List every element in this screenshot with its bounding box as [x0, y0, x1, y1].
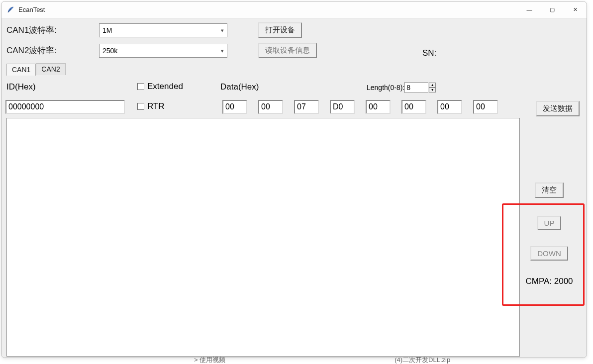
length-label: Length(0-8):: [367, 84, 404, 91]
read-device-info-button[interactable]: 读取设备信息: [258, 43, 317, 58]
clear-button[interactable]: 清空: [535, 182, 564, 198]
log-area[interactable]: [6, 118, 520, 357]
spinner-down-icon[interactable]: ▼: [429, 88, 436, 92]
chevron-down-icon: ▾: [221, 47, 224, 54]
data-byte-1[interactable]: [258, 100, 283, 114]
extended-checkbox[interactable]: [137, 83, 144, 90]
data-byte-5[interactable]: [401, 100, 426, 114]
chevron-down-icon: ▾: [221, 27, 224, 33]
minimize-button[interactable]: ―: [518, 1, 541, 18]
data-byte-7[interactable]: [473, 100, 498, 114]
tab-can2[interactable]: CAN2: [36, 63, 65, 75]
data-bytes-row: [222, 100, 498, 114]
data-label: Data(Hex): [220, 82, 259, 92]
rtr-checkbox[interactable]: [137, 103, 144, 110]
can-tabs: CAN1 CAN2: [6, 63, 582, 75]
maximize-button[interactable]: ▢: [541, 1, 564, 18]
data-byte-0[interactable]: [222, 100, 247, 114]
cmpa-label: CMPA: 2000: [525, 276, 573, 286]
can1-baud-label: CAN1波特率:: [6, 24, 99, 36]
can1-baud-value: 1M: [102, 26, 112, 34]
length-input[interactable]: [404, 82, 428, 93]
data-byte-4[interactable]: [366, 100, 391, 114]
titlebar: EcanTest ― ▢ ✕: [1, 1, 587, 18]
spinner-up-icon[interactable]: ▲: [429, 83, 436, 88]
background-peek: > 使用视频 (4)二次开发DLL.zip: [0, 356, 593, 364]
window-title: EcanTest: [18, 6, 45, 13]
extended-label: Extended: [147, 82, 183, 91]
id-input[interactable]: [5, 100, 125, 114]
app-feather-icon: [6, 6, 14, 14]
send-data-button[interactable]: 发送数据: [536, 101, 580, 116]
open-device-button[interactable]: 打开设备: [258, 22, 302, 38]
peek-text-b: (4)二次开发DLL.zip: [395, 356, 450, 364]
right-column: 清空 UP DOWN CMPA: 2000: [519, 118, 580, 286]
data-byte-3[interactable]: [330, 100, 355, 114]
data-byte-6[interactable]: [437, 100, 462, 114]
can2-baud-label: CAN2波特率:: [6, 45, 99, 56]
peek-text-a: > 使用视频: [194, 356, 225, 364]
rtr-checkbox-wrap[interactable]: RTR: [137, 101, 165, 111]
length-wrap: Length(0-8): ▲ ▼: [367, 82, 436, 93]
tab-can1[interactable]: CAN1: [6, 64, 36, 76]
down-button[interactable]: DOWN: [530, 246, 568, 261]
rtr-label: RTR: [147, 101, 165, 111]
can2-baud-select[interactable]: 250k ▾: [99, 44, 227, 58]
can1-baud-select[interactable]: 1M ▾: [99, 23, 227, 37]
client-area: CAN1波特率: 1M ▾ 打开设备 CAN2波特率: 250k ▾ 读取设备信…: [1, 18, 587, 358]
app-window: EcanTest ― ▢ ✕ CAN1波特率: 1M ▾ 打开设备 CAN2波特…: [1, 1, 587, 358]
close-button[interactable]: ✕: [564, 1, 587, 18]
extended-checkbox-wrap[interactable]: Extended: [137, 82, 183, 91]
length-spinner[interactable]: ▲ ▼: [429, 83, 436, 92]
id-label: ID(Hex): [6, 82, 36, 92]
can2-baud-value: 250k: [102, 47, 117, 55]
up-button[interactable]: UP: [537, 216, 562, 230]
sn-label: SN:: [422, 48, 436, 58]
data-byte-2[interactable]: [294, 100, 319, 114]
log-area-wrap: [6, 118, 520, 357]
